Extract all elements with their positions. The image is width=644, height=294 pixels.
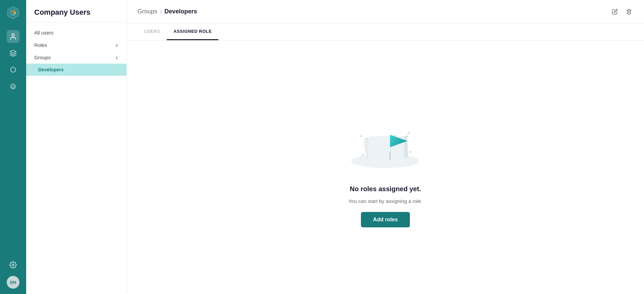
empty-illustration [338, 107, 432, 174]
header-actions [610, 7, 633, 16]
chevron-down-icon: ∨ [115, 43, 118, 48]
sidebar-item-developers[interactable]: Developers [26, 64, 126, 76]
sidebar-title: Company Users [26, 0, 126, 22]
sidebar-nav: All users Roles ∨ Groups ∧ Developers [26, 22, 126, 80]
breadcrumb-parent[interactable]: Groups [138, 8, 157, 15]
nav-package-icon[interactable] [7, 47, 19, 60]
svg-point-8 [12, 264, 14, 266]
main-content: Groups › Developers [127, 0, 644, 294]
empty-state-subtitle: You can start by assigning a role. [348, 198, 422, 204]
nav-hexagon1-icon[interactable] [7, 64, 19, 76]
edit-button[interactable] [610, 7, 619, 16]
svg-point-3 [12, 34, 14, 36]
svg-point-17 [362, 154, 364, 156]
add-roles-button[interactable]: Add roles [361, 212, 410, 227]
tab-assigned-role[interactable]: ASSIGNED ROLE [167, 23, 218, 40]
nav-settings-icon[interactable] [7, 259, 19, 271]
delete-button[interactable] [625, 7, 633, 16]
avatar[interactable]: DH [7, 276, 19, 289]
svg-point-16 [410, 151, 412, 153]
navigation-bar: DH [0, 0, 26, 294]
nav-users-icon[interactable] [7, 30, 19, 43]
svg-marker-4 [10, 50, 16, 53]
sidebar: Company Users All users Roles ∨ Groups ∧… [26, 0, 127, 294]
sidebar-item-groups[interactable]: Groups ∧ [26, 51, 126, 64]
sidebar-item-all-users[interactable]: All users [26, 26, 126, 39]
main-header: Groups › Developers [127, 0, 644, 23]
svg-point-15 [406, 135, 408, 137]
breadcrumb-current: Developers [164, 8, 197, 15]
empty-state-title: No roles assigned yet. [350, 185, 421, 193]
svg-marker-7 [12, 85, 14, 88]
app-logo[interactable] [6, 5, 20, 20]
chevron-up-icon: ∧ [115, 55, 118, 60]
empty-state: No roles assigned yet. You can start by … [338, 107, 432, 227]
breadcrumb-separator: › [160, 9, 162, 15]
tab-users[interactable]: USERS [138, 23, 167, 40]
content-area: No roles assigned yet. You can start by … [127, 41, 644, 294]
breadcrumb: Groups › Developers [138, 8, 197, 15]
svg-marker-5 [11, 67, 15, 73]
tabs-container: USERS ASSIGNED ROLE [127, 23, 644, 41]
nav-hexagon2-icon[interactable] [7, 80, 19, 93]
svg-point-14 [366, 138, 368, 140]
sidebar-item-roles[interactable]: Roles ∨ [26, 39, 126, 51]
